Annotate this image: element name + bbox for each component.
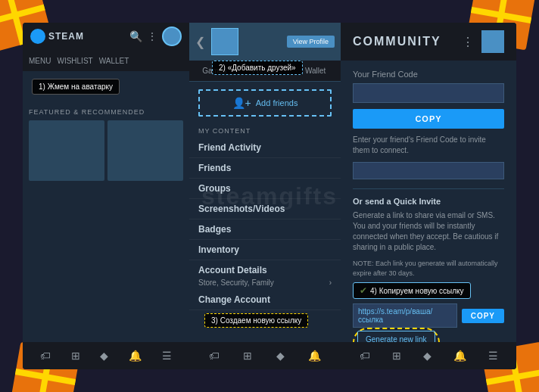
community-menu-icon[interactable]: ⋮ xyxy=(462,35,474,49)
steam-logo: STEAM xyxy=(30,29,84,44)
community-content: Your Friend Code COPY Enter your friend'… xyxy=(341,61,516,342)
quick-invite-description: Generate a link to share via email or SM… xyxy=(353,210,504,253)
bars-icon-r[interactable]: ☰ xyxy=(488,350,498,362)
menu-groups[interactable]: Groups xyxy=(189,179,341,199)
menu-inventory[interactable]: Inventory xyxy=(189,240,341,260)
middle-panel: ❮ View Profile 2) «Добавить друзей» Game… xyxy=(189,23,341,369)
nav-wallet[interactable]: WALLET xyxy=(99,57,129,65)
link-url-text: https://s.team/p/ваша/ссылка xyxy=(353,303,457,328)
community-avatar xyxy=(481,30,504,53)
grid-icon-r[interactable]: ⊞ xyxy=(392,350,401,362)
tooltip-copy-link: ✔ 4) Копируем новую ссылку xyxy=(353,282,471,299)
invite-description: Enter your friend's Friend Code to invit… xyxy=(353,135,504,156)
featured-card-1 xyxy=(29,120,104,181)
back-arrow-icon[interactable]: ❮ xyxy=(195,35,205,49)
account-sub-text: Store, Security, Family xyxy=(198,278,274,287)
user-avatar[interactable] xyxy=(162,26,182,46)
nav-menu[interactable]: MENU xyxy=(29,57,51,65)
bell-icon[interactable]: 🔔 xyxy=(129,350,142,362)
tag-icon-r[interactable]: 🏷 xyxy=(360,350,370,362)
friend-code-input[interactable] xyxy=(353,83,504,103)
bell-icon-m[interactable]: 🔔 xyxy=(308,350,321,362)
gem-icon-r[interactable]: ◆ xyxy=(423,350,432,362)
tooltip-click-avatar: 1) Жмем на аватарку xyxy=(32,79,120,95)
steam-icon xyxy=(30,29,45,44)
arrow-icon: › xyxy=(329,278,332,287)
menu-screenshots[interactable]: Screenshots/Videos xyxy=(189,199,341,219)
add-friends-button[interactable]: 👤+ Add friends xyxy=(198,89,332,117)
grid-icon[interactable]: ⊞ xyxy=(71,350,80,362)
tooltip4-text: 4) Копируем новую ссылку xyxy=(370,287,464,295)
community-bottom-nav: 🏷 ⊞ ◆ 🔔 ☰ xyxy=(341,342,516,369)
bars-icon[interactable]: ☰ xyxy=(162,350,172,362)
menu-friend-activity[interactable]: Friend Activity xyxy=(189,138,341,158)
tooltip-generate-link: 3) Создаем новую ссылку xyxy=(204,313,308,328)
add-person-icon: 👤+ xyxy=(232,97,251,109)
menu-change-account[interactable]: Change Account xyxy=(189,290,341,310)
tag-icon[interactable]: 🏷 xyxy=(40,350,51,362)
profile-header: ❮ View Profile xyxy=(189,23,341,61)
my-content-label: MY CONTENT xyxy=(189,124,341,138)
link-copy-row: https://s.team/p/ваша/ссылка COPY xyxy=(353,303,504,328)
featured-label: FEATURED & RECOMMENDED xyxy=(29,108,183,116)
profile-avatar xyxy=(211,28,238,55)
tag-icon-m[interactable]: 🏷 xyxy=(209,350,220,362)
middle-bottom-nav: 🏷 ⊞ ◆ 🔔 xyxy=(189,342,341,369)
menu-friends[interactable]: Friends xyxy=(189,158,341,179)
community-title: COMMUNITY xyxy=(353,35,454,48)
gem-icon-m[interactable]: ◆ xyxy=(276,350,285,362)
grid-icon-m[interactable]: ⊞ xyxy=(243,350,252,362)
menu-account-details[interactable]: Account Details xyxy=(189,260,341,277)
menu-dots-icon[interactable]: ⋮ xyxy=(147,30,157,42)
left-bottom-nav: 🏷 ⊞ ◆ 🔔 ☰ xyxy=(23,342,189,369)
left-panel: STEAM 🔍 ⋮ MENU WISHLIST WALLET 1) Жмем н… xyxy=(23,23,189,369)
checkmark-icon: ✔ xyxy=(360,285,367,296)
copy-link-button[interactable]: COPY xyxy=(462,309,504,323)
menu-items-list: Friend Activity Friends Groups Screensho… xyxy=(189,138,341,342)
friend-code-label: Your Friend Code xyxy=(353,70,504,79)
right-panel: COMMUNITY ⋮ Your Friend Code COPY Enter … xyxy=(341,23,516,369)
view-profile-button[interactable]: View Profile xyxy=(287,36,335,48)
generate-link-wrapper: Generate new link xyxy=(353,328,440,342)
featured-cards xyxy=(29,120,183,181)
community-header: COMMUNITY ⋮ xyxy=(341,23,516,61)
bell-icon-r[interactable]: 🔔 xyxy=(453,350,466,362)
steam-header: STEAM 🔍 ⋮ xyxy=(23,23,189,50)
left-content-area: FEATURED & RECOMMENDED xyxy=(23,102,189,342)
divider xyxy=(353,188,504,189)
search-icon[interactable]: 🔍 xyxy=(129,30,142,42)
enter-friend-code-input[interactable] xyxy=(353,162,504,179)
quick-invite-label: Or send a Quick Invite xyxy=(353,197,504,206)
main-container: STEAM 🔍 ⋮ MENU WISHLIST WALLET 1) Жмем н… xyxy=(23,23,516,369)
generate-link-button[interactable]: Generate new link xyxy=(357,331,435,342)
steam-nav: MENU WISHLIST WALLET xyxy=(23,50,189,71)
steam-label: STEAM xyxy=(48,31,84,42)
menu-badges[interactable]: Badges xyxy=(189,219,341,240)
gem-icon[interactable]: ◆ xyxy=(100,350,108,362)
featured-card-2 xyxy=(107,120,183,181)
tooltip-add-friends: 2) «Добавить друзей» xyxy=(212,61,303,75)
add-friends-label: Add friends xyxy=(256,98,298,107)
nav-wishlist[interactable]: WISHLIST xyxy=(57,57,92,65)
menu-account-sub: Store, Security, Family › xyxy=(189,277,341,290)
note-text: NOTE: Each link you generate will automa… xyxy=(353,259,504,278)
copy-friend-code-button[interactable]: COPY xyxy=(353,109,504,129)
